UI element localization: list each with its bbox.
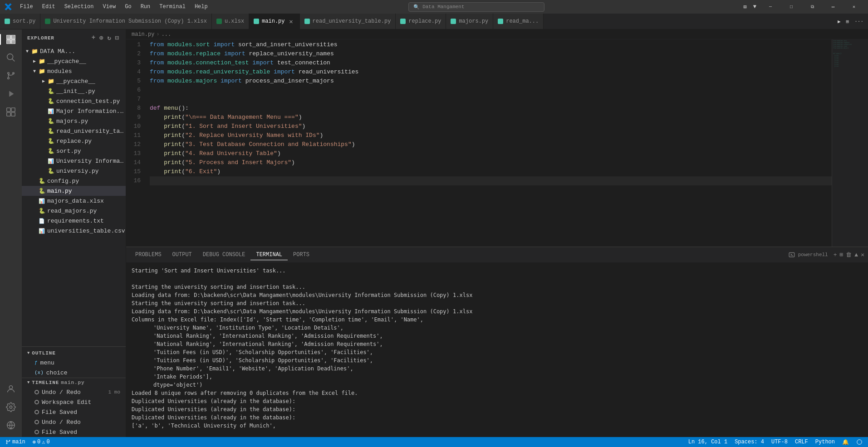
tab-main-py[interactable]: main.py ✕ [249, 14, 299, 29]
tab-read-university[interactable]: read_university_table.py [300, 14, 396, 29]
timeline-item-3[interactable]: Undo / Redo [22, 417, 126, 427]
terminal-line-17: Duplicated Universities (already in the … [132, 413, 863, 422]
tab-replace-py[interactable]: replace.py [396, 14, 446, 29]
tree-item-connection[interactable]: 🐍 connection_test.py [22, 96, 126, 106]
tab-u-xlsx[interactable]: u.xlsx [212, 14, 249, 29]
terminal-tab-debug[interactable]: DEBUG CONSOLE [197, 250, 251, 260]
timeline-header[interactable]: ▼ TIMELINE main.py [22, 378, 126, 387]
activity-explorer[interactable] [3, 31, 19, 48]
timeline-item-4[interactable]: File Saved [22, 427, 126, 437]
univ-info-name: University Informa... [56, 158, 126, 165]
tab-sort-py[interactable]: sort.py [0, 14, 40, 29]
statusbar: main ⊗ 0 ⚠ 0 Ln 16, Col 1 Spaces: 4 UTF-… [0, 437, 868, 447]
new-folder-button[interactable]: ⊕ [98, 33, 104, 43]
tree-item-mod-pycache[interactable]: ▶ 📁 __pycache__ [22, 76, 126, 86]
terminal-tab-output[interactable]: OUTPUT [167, 250, 197, 260]
search-icon: 🔍 [413, 4, 420, 10]
account-icon[interactable]: ▼ [751, 3, 758, 11]
activity-account[interactable] [3, 381, 19, 397]
tree-item-read-univ[interactable]: 🐍 read_university_ta... [22, 126, 126, 136]
svg-line-1 [12, 59, 15, 62]
close-button[interactable]: ✕ [843, 0, 864, 14]
code-line-5: from modules.majors import process_and_i… [150, 77, 832, 86]
layout-button[interactable]: ▭ [823, 0, 843, 14]
extensions-icon[interactable]: ⊞ [742, 3, 749, 11]
git-branch-item[interactable]: main [4, 439, 27, 445]
activity-run-debug[interactable] [3, 86, 19, 102]
terminal-tab-terminal[interactable]: TERMINAL [250, 250, 288, 260]
code-content[interactable]: from modules.sort import sort_and_insert… [144, 39, 832, 247]
tree-item-major-info[interactable]: 📊 Major Information... [22, 106, 126, 116]
line-ending-item[interactable]: CRLF [793, 439, 810, 445]
tree-item-universiy[interactable]: 🐍 universiy.py [22, 166, 126, 176]
maximize-button[interactable]: □ [781, 0, 802, 14]
tree-item-universities-csv[interactable]: 📊 universities_table.csv [22, 226, 126, 236]
search-box[interactable]: 🔍 Data Mangament [408, 2, 544, 12]
tab-close-main-py[interactable]: ✕ [288, 18, 295, 25]
tree-item-config[interactable]: 🐍 config.py [22, 176, 126, 186]
terminal-tab-problems[interactable]: PROBLEMS [130, 250, 167, 260]
menu-terminal[interactable]: Terminal [156, 3, 189, 11]
tree-item-univ-info[interactable]: 📊 University Informa... [22, 156, 126, 166]
refresh-button[interactable]: ↻ [106, 33, 112, 43]
tree-item-modules[interactable]: ▼ 📁 modules [22, 66, 126, 76]
spaces-item[interactable]: Spaces: 4 [733, 439, 766, 445]
line-col-item[interactable]: Ln 16, Col 1 [687, 439, 729, 445]
activity-source-control[interactable] [3, 68, 19, 84]
tree-item-main[interactable]: 🐍 main.py [22, 186, 126, 196]
tab-read-ma[interactable]: read_ma... [493, 14, 544, 29]
terminal-line-0: Starting 'Sort and Insert Universities' … [132, 267, 863, 275]
tree-item-replace[interactable]: 🐍 replace.py [22, 136, 126, 146]
timeline-item-0[interactable]: Undo / Redo 1 mo [22, 387, 126, 397]
activity-settings[interactable] [3, 399, 19, 415]
menu-edit[interactable]: Edit [39, 3, 59, 11]
activity-extensions[interactable] [3, 104, 19, 120]
collapse-all-button[interactable]: ⊟ [114, 33, 120, 43]
timeline-item-1[interactable]: Workspace Edit [22, 397, 126, 407]
new-terminal-button[interactable]: + [834, 252, 837, 258]
tree-item-majors-data[interactable]: 📊 majors_data.xlsx [22, 196, 126, 206]
menu-selection[interactable]: Selection [61, 3, 98, 11]
run-button[interactable]: ▶ [836, 18, 843, 25]
terminal-content[interactable]: Starting 'Sort and Insert Universities' … [126, 263, 868, 437]
tree-item-sort[interactable]: 🐍 sort.py [22, 146, 126, 156]
menu-view[interactable]: View [99, 3, 119, 11]
menu-go[interactable]: Go [121, 3, 135, 11]
restore-button[interactable]: ⧉ [802, 0, 823, 14]
major-info-icon: 📊 [47, 107, 54, 115]
notifications-item[interactable]: 🔔 [840, 439, 851, 446]
tab-majors-py[interactable]: majors.py [446, 14, 493, 29]
tree-item-requirements[interactable]: 📄 requirements.txt [22, 216, 126, 226]
tree-item-read-majors[interactable]: 🐍 read_majors.py [22, 206, 126, 216]
remote-item[interactable] [854, 439, 864, 445]
menu-file[interactable]: File [16, 3, 37, 11]
maximize-terminal-button[interactable]: ▲ [854, 252, 858, 258]
read-majors-chevron [31, 207, 38, 214]
tree-item-init[interactable]: 🐍 __init__.py [22, 86, 126, 96]
menu-help[interactable]: Help [191, 3, 211, 11]
outline-item-choice[interactable]: (x) choice [22, 368, 126, 378]
universiy-icon: 🐍 [47, 167, 54, 175]
tree-item-majors[interactable]: 🐍 majors.py [22, 116, 126, 126]
tab-university-xlsx[interactable]: University Information Submission (Copy)… [40, 14, 211, 29]
outline-header[interactable]: ▼ OUTLINE [22, 349, 126, 358]
activity-remote[interactable] [3, 417, 19, 433]
code-line-12: print("3. Test Database Connection and R… [150, 140, 832, 149]
new-file-button[interactable]: + [91, 33, 97, 43]
activity-search[interactable] [3, 49, 19, 66]
split-terminal-button[interactable]: ⊞ [840, 251, 843, 258]
kill-terminal-button[interactable]: 🗑 [846, 252, 852, 258]
tree-root[interactable]: ▼ 📁 DATA MA... [22, 46, 126, 56]
language-item[interactable]: Python [814, 439, 837, 445]
errors-item[interactable]: ⊗ 0 ⚠ 0 [31, 439, 52, 446]
minimize-button[interactable]: ─ [760, 0, 781, 14]
menu-run[interactable]: Run [137, 3, 154, 11]
close-terminal-button[interactable]: ✕ [861, 251, 864, 258]
outline-item-menu[interactable]: ƒ menu [22, 358, 126, 368]
more-tabs-button[interactable]: ··· [853, 18, 865, 25]
terminal-tab-ports[interactable]: PORTS [288, 250, 315, 260]
encoding-item[interactable]: UTF-8 [770, 439, 790, 445]
timeline-item-2[interactable]: File Saved [22, 407, 126, 417]
tree-item-pycache1[interactable]: ▶ 📁 __pycache__ [22, 56, 126, 66]
split-editor-button[interactable]: ⊞ [844, 18, 851, 25]
